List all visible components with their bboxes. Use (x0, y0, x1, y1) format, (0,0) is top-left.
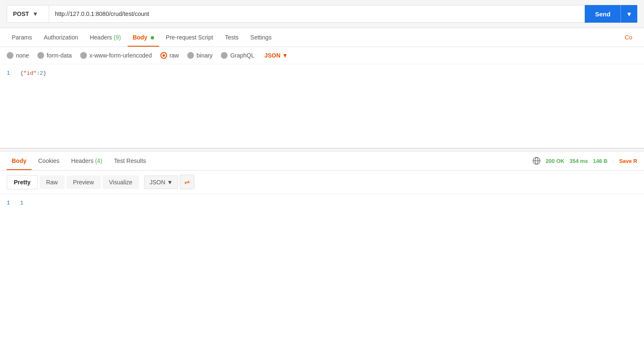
tab-settings[interactable]: Settings (245, 28, 277, 47)
method-label: POST (13, 10, 29, 17)
body-type-row: none form-data x-www-form-urlencoded raw… (0, 47, 644, 64)
save-response-button[interactable]: Save R (619, 158, 637, 164)
tab-params[interactable]: Params (7, 28, 37, 47)
radio-form-data-circle (37, 52, 44, 59)
resp-line-value-1: 1 (20, 200, 24, 206)
wrap-icon: ⇌ (184, 178, 190, 186)
send-label: Send (585, 10, 620, 18)
response-json-dropdown[interactable]: JSON ▼ (144, 176, 178, 189)
send-dropdown-icon[interactable]: ▼ (620, 5, 637, 23)
tab-headers[interactable]: Headers (9) (85, 28, 126, 47)
response-status: 200 OK (546, 158, 565, 164)
resp-line-number-1: 1 (7, 200, 20, 206)
code-content-1: {"id":2} (20, 70, 46, 76)
radio-binary[interactable]: binary (187, 52, 212, 59)
line-number-1: 1 (7, 70, 20, 76)
url-bar: POST ▼ Send ▼ (0, 0, 644, 28)
tab-authorization[interactable]: Authorization (39, 28, 83, 47)
radio-form-data[interactable]: form-data (37, 52, 72, 59)
tab-tests[interactable]: Tests (220, 28, 244, 47)
format-visualize[interactable]: Visualize (102, 176, 139, 189)
radio-urlencoded-circle (80, 52, 87, 59)
tab-body[interactable]: Body (128, 28, 159, 47)
format-raw[interactable]: Raw (39, 176, 65, 189)
format-preview[interactable]: Preview (66, 176, 101, 189)
radio-none[interactable]: none (7, 52, 29, 59)
method-select[interactable]: POST ▼ (7, 5, 49, 23)
format-pretty[interactable]: Pretty (7, 175, 38, 189)
resp-line-1: 1 1 (7, 199, 637, 207)
radio-urlencoded[interactable]: x-www-form-urlencoded (80, 52, 152, 59)
tab-cookies-partial[interactable]: Co (620, 28, 637, 47)
send-button[interactable]: Send ▼ (585, 5, 637, 23)
radio-none-circle (7, 52, 13, 59)
response-body: 1 1 (0, 194, 644, 212)
section-divider (0, 148, 644, 152)
json-type-dropdown[interactable]: JSON ▼ (264, 52, 288, 59)
radio-graphql[interactable]: GraphQL (221, 52, 254, 59)
radio-graphql-circle (221, 52, 228, 59)
json-chevron-icon: ▼ (282, 52, 288, 59)
response-tabs: Body Cookies Headers (4) Test Results 20… (0, 152, 644, 170)
code-editor[interactable]: 1 {"id":2} (0, 64, 644, 148)
radio-raw[interactable]: raw (160, 52, 179, 59)
url-input[interactable] (49, 5, 585, 23)
request-tabs: Params Authorization Headers (9) Body Pr… (0, 28, 644, 47)
code-line-1: 1 {"id":2} (0, 69, 644, 77)
resp-tab-headers[interactable]: Headers (4) (66, 152, 107, 170)
resp-tab-test-results[interactable]: Test Results (109, 152, 151, 170)
tab-pre-request[interactable]: Pre-request Script (161, 28, 218, 47)
wrap-button[interactable]: ⇌ (180, 175, 194, 189)
globe-icon (532, 157, 541, 165)
resp-json-chevron-icon: ▼ (167, 179, 173, 186)
response-time: 354 ms (569, 158, 588, 164)
radio-raw-circle (160, 52, 167, 59)
resp-tab-cookies[interactable]: Cookies (33, 152, 65, 170)
response-format-row: Pretty Raw Preview Visualize JSON ▼ ⇌ (0, 170, 644, 194)
radio-binary-circle (187, 52, 194, 59)
resp-tab-body[interactable]: Body (7, 152, 31, 170)
method-chevron-icon: ▼ (32, 10, 38, 17)
response-meta: 200 OK 354 ms 146 B | Save R (532, 157, 637, 165)
response-size: 146 B (593, 158, 608, 164)
body-active-dot (151, 36, 154, 39)
